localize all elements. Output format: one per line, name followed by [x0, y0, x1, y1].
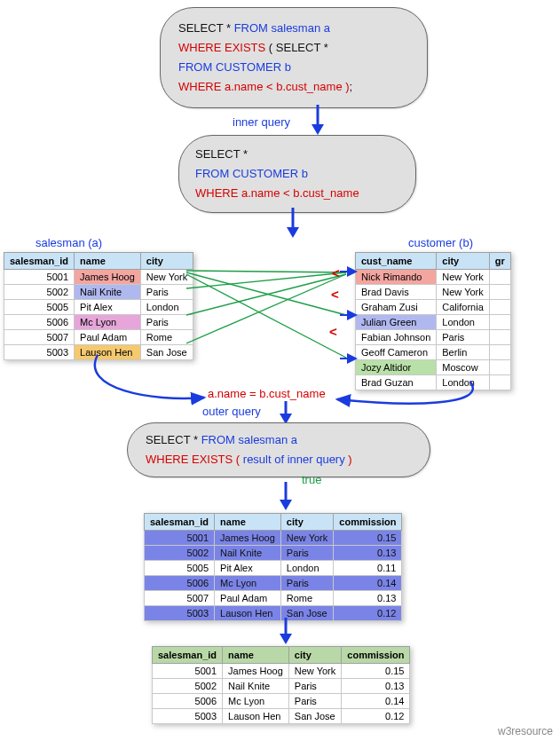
table-row: 5002Nail KniteParis0.13: [153, 679, 410, 694]
svg-marker-20: [280, 634, 292, 644]
col-comm: commission: [342, 647, 410, 664]
table-row: 5006Mc LyonParis0.14: [153, 694, 410, 709]
arrow-icon: [309, 105, 327, 135]
col-city: city: [140, 253, 193, 270]
table-row: 5003Lauson HenSan Jose0.12: [153, 709, 410, 724]
sql-text: FROM CUSTOMER b: [195, 167, 308, 180]
sql-text: FROM CUSTOMER b: [178, 60, 291, 74]
col-gr: gr: [489, 253, 510, 270]
table-row: Julian GreenLondon: [356, 315, 511, 330]
table-row: 5005Pit AlexLondon: [4, 300, 193, 315]
arrow-icon: [277, 618, 295, 644]
svg-line-6: [186, 274, 346, 358]
table-row: 5007Paul AdamRome: [4, 330, 193, 345]
table-row: Brad DavisNew York: [356, 285, 511, 300]
svg-line-4: [186, 271, 346, 272]
label-customer: customer (b): [408, 236, 473, 249]
table-row: 5006Mc LyonParis: [4, 315, 193, 330]
sql-text: WHERE EXISTS (: [146, 453, 243, 466]
col-city: city: [288, 647, 341, 664]
result-table-final: salesman_id name city commission 5001Jam…: [152, 646, 410, 724]
col-id: salesman_id: [145, 514, 215, 531]
table-row: 5002Nail KniteParis: [4, 285, 193, 300]
sql-text: SELECT *: [178, 21, 234, 35]
col-id: salesman_id: [153, 647, 223, 664]
sql-text: FROM salesman a: [201, 433, 297, 446]
table-row: 5001James HoogNew York0.15: [153, 664, 410, 679]
sql-text: SELECT *: [195, 147, 248, 161]
svg-marker-3: [287, 227, 299, 238]
table-header-row: salesman_id name city commission: [153, 647, 410, 664]
sql-text: ;: [350, 80, 353, 93]
col-name: name: [75, 253, 141, 270]
svg-marker-1: [312, 124, 324, 135]
sql-text: WHERE a.name < b.cust_name ): [178, 80, 350, 93]
col-city: city: [437, 253, 489, 270]
arrow-icon: [284, 208, 302, 238]
sql-text: WHERE a.name < b.cust_name: [195, 186, 359, 200]
col-id: salesman_id: [4, 253, 75, 270]
sql-text: ): [345, 453, 352, 466]
arrow-icon: [277, 482, 295, 510]
col-cust-name: cust_name: [356, 253, 437, 270]
table-row: 5005Pit AlexLondon0.11: [145, 561, 402, 576]
query-box-outer-result: SELECT * FROM salesman a WHERE EXISTS ( …: [127, 422, 430, 477]
label-inner-query: inner query: [233, 115, 290, 129]
query-box-inner: SELECT * FROM CUSTOMER b WHERE a.name < …: [178, 135, 416, 213]
less-than-icon: <: [329, 324, 337, 339]
table-header-row: salesman_id name city commission: [145, 514, 402, 531]
salesman-table: salesman_id name city 5001James HoogNew …: [4, 252, 193, 360]
col-city: city: [280, 514, 333, 531]
table-row: 5003Lauson HenSan Jose0.12: [145, 606, 402, 621]
table-row: Fabian JohnsonParis: [356, 330, 511, 345]
col-comm: commission: [334, 514, 402, 531]
col-name: name: [223, 647, 289, 664]
table-row: Nick RimandoNew York: [356, 270, 511, 285]
sql-text: ( SELECT *: [265, 41, 328, 54]
label-outer-query: outer query: [202, 405, 261, 418]
table-row: 5002Nail KniteParis0.13: [145, 546, 402, 561]
label-salesman: salesman (a): [35, 236, 102, 249]
sql-text: SELECT *: [146, 433, 201, 446]
table-row: 5007Paul AdamRome0.13: [145, 591, 402, 606]
table-row: 5001James HoogNew York: [4, 270, 193, 285]
label-true: true: [302, 473, 321, 486]
sql-text: FROM salesman a: [234, 21, 330, 35]
sql-text: WHERE EXISTS: [178, 41, 265, 54]
table-header-row: cust_name city gr: [356, 253, 511, 270]
sql-text: result of inner query: [243, 453, 345, 466]
table-header-row: salesman_id name city: [4, 253, 193, 270]
svg-marker-18: [280, 500, 292, 510]
less-than-icon: <: [332, 265, 340, 280]
less-than-icon: <: [331, 287, 339, 302]
diagram-canvas: SELECT * FROM salesman a WHERE EXISTS ( …: [0, 0, 560, 741]
arrow-icon: [277, 401, 295, 424]
table-row: 5006Mc LyonParis0.14: [145, 576, 402, 591]
col-name: name: [215, 514, 281, 531]
footer-credit: w3resource: [498, 725, 553, 737]
query-box-outer-full: SELECT * FROM salesman a WHERE EXISTS ( …: [160, 7, 428, 108]
table-row: 5001James HoogNew York0.15: [145, 531, 402, 546]
table-row: Graham ZusiCalifornia: [356, 300, 511, 315]
result-table-highlighted: salesman_id name city commission 5001Jam…: [144, 513, 402, 621]
